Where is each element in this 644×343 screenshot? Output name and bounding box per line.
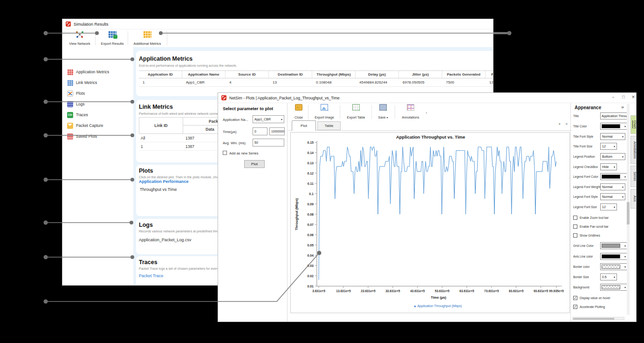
- appearance-row-title-font-size: Title Font Size12▾: [573, 142, 626, 150]
- checkbox[interactable]: [573, 216, 577, 220]
- throughput-chart[interactable]: Application Throughput vs. Time0.150.140…: [291, 133, 569, 313]
- text-input[interactable]: Application Throughpu: [600, 112, 628, 119]
- throughput-vs-time-item[interactable]: Throughput vs Time: [140, 187, 177, 192]
- application-packet-log-item[interactable]: Application_Packet_Log.csv: [139, 238, 192, 242]
- sidebar-item-application-metrics[interactable]: Application Metrics: [67, 67, 109, 77]
- time-to-input[interactable]: 10000000: [269, 127, 285, 135]
- checkbox[interactable]: ✓: [573, 296, 577, 300]
- save-button[interactable]: Save ▾: [373, 104, 393, 119]
- sidebar-item-link-metrics[interactable]: Link Metrics: [67, 78, 97, 87]
- vertical-scrollbar[interactable]: [627, 104, 630, 315]
- maximize-button[interactable]: □: [620, 94, 627, 101]
- application-performance-link[interactable]: Application Performance: [139, 179, 189, 184]
- tab-plot[interactable]: Plot: [292, 120, 316, 131]
- color-dropdown[interactable]: ▾: [600, 263, 627, 270]
- additional-metrics-button[interactable]: Additional Metrics: [130, 30, 165, 46]
- packet-trace-link[interactable]: Packet Trace: [139, 273, 164, 278]
- appearance-row-enable-pan-scroll-bar: Enable Pan scroll bar: [573, 223, 626, 231]
- close-plot-button[interactable]: Close: [290, 104, 307, 119]
- plot-button[interactable]: Plot: [244, 160, 265, 168]
- export-table-button[interactable]: Export Table: [343, 104, 370, 119]
- select-dropdown[interactable]: Normal▾: [600, 133, 625, 140]
- select-dropdown[interactable]: Hide▾: [600, 163, 617, 170]
- appearance-row-border-color: Border color▾: [573, 263, 626, 271]
- time-label: Time(µs): [223, 130, 236, 134]
- sidebar-item-logs[interactable]: Logs: [67, 99, 84, 109]
- side-tab-axis[interactable]: Axis: [630, 189, 637, 209]
- sidebar-item-saved-plots[interactable]: Saved Plots: [67, 132, 97, 141]
- chart-container: Application Throughput vs. Time0.150.140…: [290, 132, 570, 313]
- add-series-checkbox[interactable]: [223, 151, 227, 155]
- color-dropdown[interactable]: ▾: [600, 242, 627, 249]
- sidebar-item-label: Traces: [76, 112, 88, 117]
- field-label: Title Font Style: [573, 135, 593, 138]
- svg-text:▲ Application Throughput (Mbps: ▲ Application Throughput (Mbps): [413, 304, 462, 308]
- side-tab-series[interactable]: Series: [630, 166, 637, 187]
- minimize-button[interactable]: −: [610, 94, 617, 101]
- application-metrics-icon: [67, 69, 73, 75]
- annotations-button[interactable]: Annotations: [397, 104, 424, 119]
- tab-close-icon[interactable]: ✕: [565, 122, 568, 126]
- sidebar-item-plots[interactable]: Plots: [67, 89, 85, 98]
- color-dropdown[interactable]: ▾: [600, 123, 627, 130]
- plots-title: Plots: [139, 168, 153, 174]
- select-dropdown[interactable]: Bottom▾: [600, 153, 625, 160]
- sidebar-item-packet-capture[interactable]: Packet Capture: [67, 121, 103, 130]
- stage: Simulation Results View Network Export R…: [0, 0, 644, 343]
- tab-collapse-icon[interactable]: ▾: [559, 122, 561, 126]
- side-tab-chart[interactable]: Chart: [630, 115, 637, 134]
- appearance-row-border-size: Border Size0.5▾: [573, 273, 626, 281]
- excel-export-icon: [108, 31, 116, 38]
- export-results-button[interactable]: Export Results: [98, 30, 127, 46]
- time-from-input[interactable]: 0: [253, 127, 267, 135]
- select-dropdown[interactable]: 0.5▾: [600, 273, 617, 280]
- cell: 6978.050505: [399, 78, 442, 86]
- sidebar-item-label: Plots: [76, 91, 85, 96]
- view-network-button[interactable]: View Network: [65, 30, 94, 46]
- color-swatch: [602, 254, 620, 259]
- select-dropdown[interactable]: 12▾: [600, 203, 617, 210]
- panel-divider: [570, 103, 571, 322]
- application-metrics-subtitle: End-to-end performance of applications r…: [139, 64, 237, 67]
- color-dropdown[interactable]: ▾: [600, 284, 627, 291]
- cell: All: [141, 134, 145, 142]
- select-dropdown[interactable]: Normal▾: [600, 183, 625, 190]
- color-dropdown[interactable]: ▾: [600, 173, 627, 180]
- netsim-logo-icon: [66, 21, 71, 27]
- table-row[interactable]: 1 App1_CBR 4 13 0.108048 4549884.826244 …: [139, 78, 493, 87]
- checkbox[interactable]: [573, 224, 577, 229]
- parameter-panel-heading: Select parameter to plot: [223, 106, 273, 111]
- collapse-panel-icon[interactable]: »: [621, 104, 624, 110]
- col-destination-id: Destination ID: [269, 71, 312, 78]
- toolbar-separator: [395, 105, 395, 119]
- checkbox-label: Enable Pan scroll bar: [580, 225, 609, 228]
- svg-text:73.631e+5: 73.631e+5: [484, 289, 499, 293]
- close-window-button[interactable]: ✕: [630, 94, 637, 101]
- application-name-select[interactable]: App1_CBR ▾: [253, 115, 284, 123]
- color-dropdown[interactable]: ▾: [600, 253, 627, 260]
- side-tab-annotations[interactable]: Annotations: [630, 136, 637, 164]
- chevron-down-icon: ▾: [624, 175, 626, 178]
- tabstrip-line: [288, 130, 571, 131]
- tab-table[interactable]: Table: [317, 121, 341, 130]
- svg-text:0.15: 0.15: [307, 141, 314, 144]
- avg-window-input[interactable]: 50: [253, 139, 284, 147]
- cell: 13: [269, 78, 312, 86]
- toolbar-overflow[interactable]: ,: [426, 110, 427, 114]
- chevron-down-icon: ▾: [622, 155, 623, 158]
- color-swatch: [602, 244, 620, 248]
- checkbox[interactable]: ✓: [573, 305, 577, 309]
- select-dropdown[interactable]: 12▾: [600, 143, 617, 150]
- horizontal-scrollbar[interactable]: [572, 317, 624, 320]
- export-image-button[interactable]: Export Image: [311, 104, 338, 119]
- svg-text:43.631e+5: 43.631e+5: [410, 289, 425, 293]
- select-dropdown[interactable]: Normal▾: [600, 193, 625, 200]
- col-application-name: Application Name: [182, 71, 226, 78]
- scrollbar-thumb[interactable]: [573, 318, 614, 320]
- application-name-label: Application Na...: [223, 118, 248, 122]
- appearance-row-title-font-style: Title Font StyleNormal▾: [573, 133, 626, 140]
- svg-text:0.11: 0.11: [308, 182, 314, 185]
- scrollbar-thumb[interactable]: [627, 202, 630, 224]
- sidebar-item-traces[interactable]: CSV Traces: [67, 110, 88, 119]
- checkbox[interactable]: [573, 233, 577, 238]
